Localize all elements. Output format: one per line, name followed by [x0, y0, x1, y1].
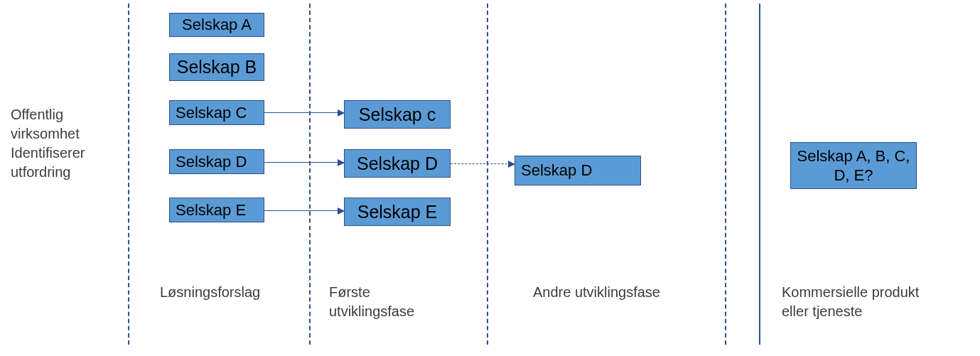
divider-4 [725, 4, 726, 345]
arrow-c1-c2-c [264, 112, 344, 113]
arrow-c1-c2-e [264, 210, 344, 211]
arrow-c1-c2-d [264, 162, 344, 163]
box-col4-final: Selskap A, B, C, D, E? [790, 142, 917, 189]
intro-text: Offentlig virksomhet Identifiserer utfor… [11, 105, 117, 182]
box-col1-a: Selskap A [169, 13, 264, 37]
box-col1-e: Selskap E [169, 198, 264, 222]
divider-5-solid [759, 4, 760, 345]
box-col1-d: Selskap D [169, 149, 264, 174]
phase-label-3: Andre utviklingsfase [533, 283, 689, 302]
box-col2-c: Selskap c [344, 100, 451, 129]
box-col2-d: Selskap D [344, 149, 451, 178]
box-col1-b: Selskap B [169, 53, 264, 81]
box-col2-e: Selskap E [344, 198, 451, 226]
divider-2 [309, 4, 311, 345]
box-col3-d: Selskap D [515, 156, 641, 185]
divider-3 [487, 4, 488, 345]
box-col1-c: Selskap C [169, 100, 264, 125]
phase-label-1: Løsningsforslag [160, 283, 288, 302]
phase-label-2: Første utviklingsfase [329, 283, 457, 321]
divider-1 [128, 4, 129, 345]
phase-label-4: Kommersielle produkt eller tjeneste [782, 283, 938, 321]
arrow-c2-c3-d [451, 163, 515, 164]
